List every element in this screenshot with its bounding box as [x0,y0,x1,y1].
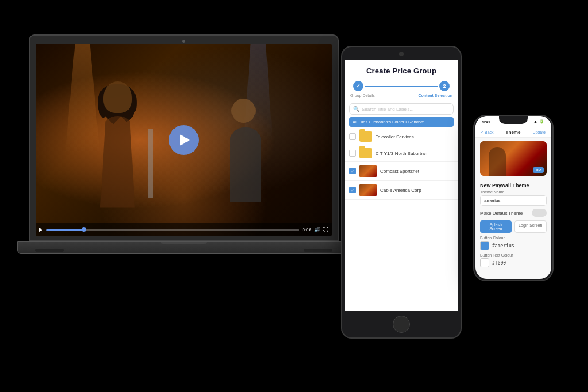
phone-video-content [489,147,506,176]
laptop-screen: ▶ 0:06 🔊 ⛶ [36,44,332,236]
step-line [365,86,438,87]
phone-time: 9:41 [482,120,490,124]
theme-name-label: Theme Name [480,190,547,194]
step-2-label: Content Selection [418,94,452,98]
laptop: ▶ 0:06 🔊 ⛶ [29,34,362,275]
guitarist-body [230,127,261,202]
folder-icon-1 [359,131,372,142]
button-text-colour-swatch[interactable] [480,258,489,267]
laptop-foot-left [35,249,64,252]
volume-icon[interactable]: 🔊 [314,227,320,232]
breadcrumb-text: All Files › Johanna's Folder › Random [353,119,424,125]
button-colour-label: Button Colour [480,236,547,240]
thumbnail-image-4 [359,184,377,196]
progress-dot [82,227,86,232]
phone-section-title: New Paywall Theme [475,179,551,190]
file-item-4[interactable]: ✓ Cable America Corp [345,181,458,200]
guitarist-head [231,99,256,123]
progress-fill [46,229,84,231]
laptop-camera [182,40,185,43]
laptop-hinge [161,242,207,244]
search-icon: 🔍 [353,106,359,112]
signal-icon: ▲ [533,119,537,124]
file-checkbox-4[interactable]: ✓ [349,187,356,193]
laptop-base [17,241,350,254]
concert-background: ▶ 0:06 🔊 ⛶ [36,44,332,236]
phone-video-thumbnail[interactable]: HD [480,141,547,176]
tablet-screen: Create Price Group ✓ 2 Group Details Con… [345,60,458,311]
wifi-icon: 🔋 [539,119,544,124]
tablet-steps: ✓ 2 [345,79,458,92]
thumbnail-image-3 [359,165,377,177]
button-colour-row: #amerius [480,241,547,250]
fullscreen-icon[interactable]: ⛶ [323,227,328,232]
file-name-1: Telecaller Services [376,134,454,139]
video-time: 0:06 [302,227,311,232]
phone-nav-bar: < Back Theme Update [475,127,551,138]
phone-screen: 9:41 ▲ 🔋 < Back Theme Update HD New Payw… [475,116,551,279]
tablet-modal-title: Create Price Group [345,60,458,79]
button-colour-swatch[interactable] [480,241,489,250]
file-name-3: Comcast Sportsnet [380,169,454,174]
tablet-content: Create Price Group ✓ 2 Group Details Con… [345,60,458,311]
tablet: Create Price Group ✓ 2 Group Details Con… [341,46,462,339]
default-theme-toggle[interactable] [532,209,547,217]
default-theme-label: Make Default Theme [480,211,523,216]
button-colour-value: #amerius [492,243,514,249]
file-item-1[interactable]: Telecaller Services [345,129,458,145]
mic-stand [148,129,153,198]
play-icon [180,134,190,146]
tablet-camera [399,52,404,56]
phone-video-quality-badge: HD [533,167,544,173]
phone-notch [499,116,528,124]
file-thumbnail-4 [359,184,377,196]
file-item-2[interactable]: C T Y1/3-North Suburban [345,145,458,162]
tablet-breadcrumb[interactable]: All Files › Johanna's Folder › Random [349,117,454,127]
default-theme-row: Make Default Theme [480,209,547,217]
tablet-home-button[interactable] [393,316,410,333]
splash-screen-tab[interactable]: Splash Screen [480,220,512,233]
video-controls-bar: ▶ 0:06 🔊 ⛶ [36,223,332,236]
button-text-colour-row: #f000 [480,258,547,267]
progress-bar[interactable] [46,229,299,231]
file-checkbox-2[interactable] [349,150,356,157]
file-item-3[interactable]: ✓ Comcast Sportsnet [345,162,458,181]
login-screen-tab[interactable]: Login Screen [514,220,547,233]
phone-update-button[interactable]: Update [532,130,546,134]
phone-screen-title: Theme [506,130,521,135]
theme-name-input[interactable]: amerius [480,195,547,206]
search-placeholder-text: Search Title and Labels... [362,107,413,112]
screen-type-tabs: Splash Screen Login Screen [480,220,547,233]
button-text-colour-value: #f000 [492,261,506,266]
guitarist-silhouette [221,99,278,202]
step-1-circle: ✓ [353,81,363,91]
file-thumbnail-3 [359,165,377,177]
folder-icon-2 [359,148,372,158]
play-control-icon[interactable]: ▶ [39,227,43,232]
file-name-2: C T Y1/3-North Suburban [376,151,454,156]
file-checkbox-3[interactable]: ✓ [349,168,356,174]
phone-form: Theme Name amerius Make Default Theme Sp… [475,190,551,267]
scene: ▶ 0:06 🔊 ⛶ [0,0,588,392]
tablet-search-bar[interactable]: 🔍 Search Title and Labels... [349,103,454,115]
phone: 9:41 ▲ 🔋 < Back Theme Update HD New Payw… [473,115,554,281]
step-labels: Group Details Content Selection [345,92,458,101]
singer-head [103,81,132,113]
laptop-foot-right [304,249,332,252]
button-text-colour-label: Button Text Colour [480,253,547,257]
file-name-4: Cable America Corp [380,188,454,193]
play-button[interactable] [169,125,199,155]
file-checkbox-1[interactable] [349,133,356,140]
phone-back-button[interactable]: < Back [481,130,494,134]
step-1-label: Group Details [350,94,375,98]
singer-body [100,116,135,208]
phone-status-icons: ▲ 🔋 [533,119,544,124]
step-2-circle: 2 [439,81,450,91]
laptop-bezel: ▶ 0:06 🔊 ⛶ [29,34,339,241]
